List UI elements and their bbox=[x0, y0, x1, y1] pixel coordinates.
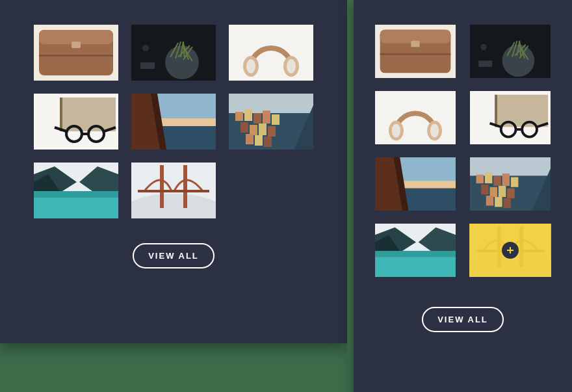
view-all-button[interactable]: VIEW ALL bbox=[422, 307, 504, 332]
gallery-thumb-village[interactable] bbox=[229, 94, 313, 150]
gallery-thumb-bag[interactable] bbox=[34, 25, 118, 81]
gallery-panel-mobile: VIEW ALL bbox=[354, 0, 572, 392]
gallery-thumb-plant[interactable] bbox=[469, 25, 551, 78]
image-grid bbox=[365, 18, 560, 283]
gallery-thumb-glasses[interactable] bbox=[469, 91, 551, 144]
gallery-panel-desktop: VIEW ALL bbox=[0, 0, 347, 343]
lake-icon bbox=[374, 224, 456, 277]
glasses-icon bbox=[469, 91, 551, 144]
glasses-icon bbox=[34, 94, 118, 150]
cliff-icon bbox=[374, 157, 456, 211]
gallery-thumb-bridge[interactable] bbox=[131, 163, 216, 218]
village-icon bbox=[469, 157, 551, 211]
gallery-thumb-lake[interactable] bbox=[374, 224, 456, 277]
image-grid bbox=[18, 18, 330, 225]
gallery-thumb-lake[interactable] bbox=[34, 163, 118, 218]
plus-icon bbox=[506, 246, 514, 254]
gallery-thumb-cliff[interactable] bbox=[374, 157, 456, 211]
bridge-icon bbox=[131, 163, 216, 218]
gallery-thumb-plant[interactable] bbox=[131, 25, 216, 81]
gallery-thumb-cliff[interactable] bbox=[131, 94, 216, 150]
gallery-thumb-headphones[interactable] bbox=[374, 91, 456, 144]
gallery-thumb-bridge-hover[interactable] bbox=[469, 224, 551, 277]
bag-icon bbox=[374, 25, 456, 78]
plant-icon bbox=[469, 25, 551, 78]
plant-icon bbox=[131, 25, 216, 81]
panel-divider bbox=[347, 0, 354, 392]
lake-icon bbox=[34, 163, 118, 218]
headphones-icon bbox=[374, 91, 456, 144]
headphones-icon bbox=[229, 25, 313, 81]
bag-icon bbox=[34, 25, 118, 81]
cliff-icon bbox=[131, 94, 216, 150]
gallery-thumb-headphones[interactable] bbox=[229, 25, 313, 81]
gallery-thumb-village[interactable] bbox=[469, 157, 551, 211]
zoom-button[interactable] bbox=[502, 242, 519, 259]
view-all-button[interactable]: VIEW ALL bbox=[133, 243, 214, 268]
village-icon bbox=[229, 94, 313, 150]
gallery-thumb-bag[interactable] bbox=[374, 25, 456, 78]
gallery-thumb-glasses[interactable] bbox=[34, 94, 118, 150]
